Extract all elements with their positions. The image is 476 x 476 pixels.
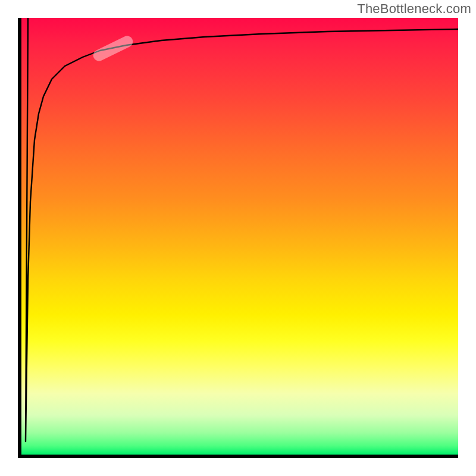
- x-axis: [18, 455, 458, 458]
- watermark-text: TheBottleneck.com: [357, 1, 471, 17]
- y-axis: [18, 18, 21, 458]
- curve-layer: [21, 18, 458, 455]
- chart-stage: TheBottleneck.com: [0, 0, 476, 476]
- bottleneck-curve: [26, 18, 458, 441]
